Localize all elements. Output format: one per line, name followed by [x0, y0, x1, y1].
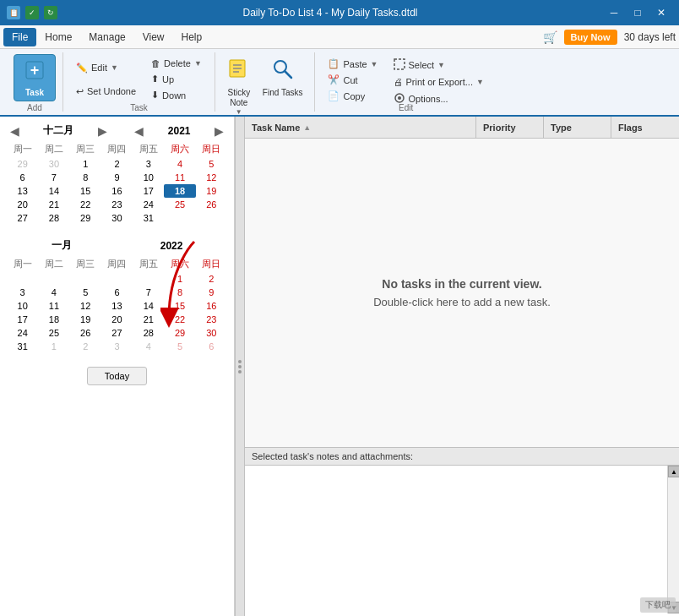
cal-day[interactable]: 4 — [164, 157, 195, 171]
menu-view[interactable]: View — [134, 28, 173, 46]
down-button[interactable]: ⬇ Down — [145, 87, 208, 103]
edit-button[interactable]: ✏️ Edit ▼ — [70, 58, 142, 77]
cal-day[interactable]: 5 — [164, 340, 195, 353]
cal-day[interactable]: 24 — [7, 326, 38, 340]
add-task-button[interactable]: + Task — [14, 54, 56, 101]
cal-day[interactable]: 3 — [101, 340, 133, 353]
cal-day[interactable]: 4 — [133, 340, 164, 353]
cal-day[interactable]: 6 — [7, 171, 38, 184]
cal-day[interactable]: 15 — [70, 184, 101, 198]
cal-day[interactable]: 16 — [101, 184, 133, 198]
buy-now-button[interactable]: Buy Now — [564, 30, 617, 45]
minimize-button[interactable]: ─ — [603, 4, 625, 21]
cal-day[interactable]: 25 — [164, 198, 195, 211]
cal-day[interactable]: 14 — [133, 299, 164, 313]
cal-day[interactable]: 24 — [133, 198, 164, 211]
cal-day[interactable]: 23 — [196, 313, 227, 326]
cal-day[interactable]: 3 — [133, 157, 164, 171]
cal-day[interactable]: 1 — [164, 272, 195, 286]
cal-day[interactable]: 26 — [196, 198, 227, 211]
cal-day[interactable]: 22 — [164, 313, 195, 326]
cal-day[interactable]: 21 — [38, 198, 69, 211]
select-button[interactable]: Select ▼ — [388, 56, 490, 74]
menu-manage[interactable]: Manage — [80, 28, 133, 46]
notes-scrollbar[interactable]: ▲ ▼ — [667, 466, 679, 613]
find-tasks-button[interactable]: Find Tasks — [258, 54, 308, 101]
cal-day-today[interactable]: 18 — [164, 184, 195, 198]
cut-button[interactable]: ✂️ Cut — [322, 72, 383, 88]
cal-dec-next[interactable]: ▶ — [95, 124, 111, 138]
cal-day[interactable]: 25 — [38, 326, 69, 340]
menu-help[interactable]: Help — [173, 28, 211, 46]
delete-button[interactable]: 🗑 Delete ▼ — [145, 56, 208, 71]
copy-button[interactable]: 📄 Copy — [322, 88, 383, 104]
paste-button[interactable]: 📋 Paste ▼ — [322, 56, 383, 72]
cal-day[interactable]: 12 — [196, 171, 227, 184]
cal-day[interactable]: 6 — [101, 286, 133, 299]
cal-day[interactable]: 7 — [38, 171, 69, 184]
scroll-up[interactable]: ▲ — [668, 466, 679, 477]
set-undone-button[interactable]: ↩ Set Undone — [70, 82, 142, 101]
cal-day[interactable]: 10 — [7, 299, 38, 313]
cal-day[interactable]: 22 — [70, 198, 101, 211]
cal-year-next[interactable]: ▶ — [211, 124, 227, 138]
up-button[interactable]: ⬆ Up — [145, 71, 208, 87]
cal-day[interactable]: 30 — [38, 157, 69, 171]
resize-handle[interactable] — [235, 117, 245, 616]
cal-day[interactable]: 9 — [196, 286, 227, 299]
cal-day[interactable]: 8 — [70, 171, 101, 184]
cal-day[interactable]: 19 — [196, 184, 227, 198]
menu-file[interactable]: File — [3, 28, 36, 46]
cal-day[interactable]: 1 — [70, 157, 101, 171]
cal-day[interactable]: 2 — [196, 272, 227, 286]
cal-day[interactable]: 28 — [38, 211, 69, 225]
cal-day[interactable]: 17 — [7, 313, 38, 326]
cal-day[interactable]: 29 — [164, 326, 195, 340]
cal-day[interactable]: 5 — [196, 157, 227, 171]
cal-day[interactable]: 30 — [101, 211, 133, 225]
sticky-note-button[interactable]: StickyNote ▼ — [222, 54, 256, 101]
cal-day[interactable]: 27 — [7, 211, 38, 225]
cal-day[interactable]: 1 — [38, 340, 69, 353]
cal-day[interactable]: 23 — [101, 198, 133, 211]
close-button[interactable]: ✕ — [650, 4, 672, 21]
cal-day[interactable]: 29 — [7, 157, 38, 171]
notes-textarea[interactable] — [245, 466, 679, 613]
cal-day[interactable]: 28 — [133, 326, 164, 340]
cal-day[interactable]: 27 — [101, 326, 133, 340]
cal-day[interactable]: 2 — [101, 157, 133, 171]
cal-day[interactable]: 14 — [38, 184, 69, 198]
cal-day[interactable]: 26 — [70, 326, 101, 340]
cal-day[interactable]: 31 — [133, 211, 164, 225]
today-button[interactable]: Today — [87, 367, 147, 385]
cal-day[interactable]: 6 — [196, 340, 227, 353]
cal-day[interactable]: 20 — [101, 313, 133, 326]
cal-day[interactable]: 13 — [7, 184, 38, 198]
cal-dec-prev[interactable]: ◀ — [7, 124, 23, 138]
cal-day[interactable]: 10 — [133, 171, 164, 184]
cal-day[interactable]: 30 — [196, 326, 227, 340]
cal-day[interactable]: 5 — [70, 286, 101, 299]
cal-day[interactable]: 21 — [133, 313, 164, 326]
cal-day[interactable]: 31 — [7, 340, 38, 353]
cal-day[interactable]: 11 — [38, 299, 69, 313]
cal-day[interactable]: 20 — [7, 198, 38, 211]
cal-day[interactable]: 18 — [38, 313, 69, 326]
cal-day[interactable]: 9 — [101, 171, 133, 184]
cal-day[interactable]: 2 — [70, 340, 101, 353]
maximize-button[interactable]: □ — [627, 4, 649, 21]
cal-day[interactable]: 16 — [196, 299, 227, 313]
cal-day[interactable]: 4 — [38, 286, 69, 299]
print-button[interactable]: 🖨 Print or Export... ▼ — [388, 74, 490, 90]
cal-day[interactable]: 11 — [164, 171, 195, 184]
cal-day[interactable]: 7 — [133, 286, 164, 299]
cal-day[interactable]: 17 — [133, 184, 164, 198]
cal-day[interactable]: 29 — [70, 211, 101, 225]
task-list-body[interactable]: No tasks in the current view. Double-cli… — [245, 139, 679, 447]
menu-home[interactable]: Home — [36, 28, 80, 46]
cal-day[interactable]: 15 — [164, 299, 195, 313]
cal-day[interactable]: 19 — [70, 313, 101, 326]
cal-day[interactable]: 8 — [164, 286, 195, 299]
cal-day[interactable]: 3 — [7, 286, 38, 299]
cal-day[interactable]: 12 — [70, 299, 101, 313]
